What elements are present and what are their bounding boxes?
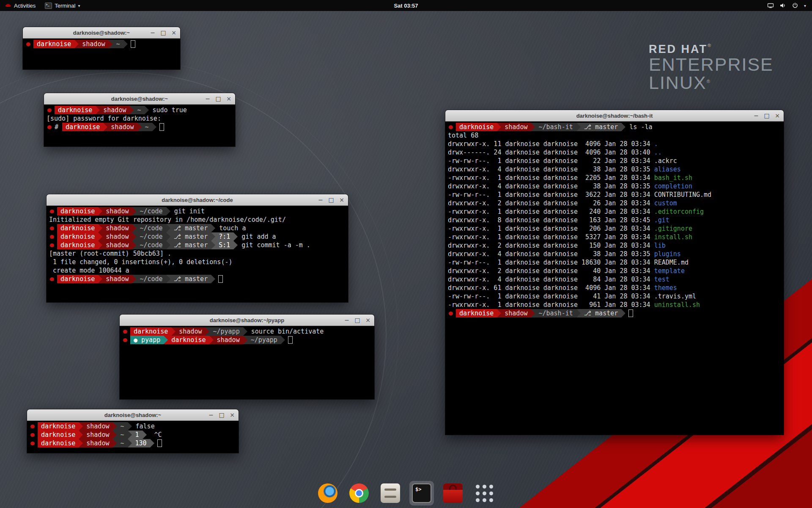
close-button[interactable]: ×: [774, 113, 780, 119]
top-bar: Activities Terminal ▾ Sat 03:57 ▾: [0, 0, 812, 11]
terminal-line: drwx------. 24 darknoise darknoise 4096 …: [448, 148, 783, 157]
terminal-window[interactable]: darknoise@shadow:~−□×darknoiseshadow~ su…: [44, 93, 235, 146]
prompt-segment-git: ⎇ master: [170, 275, 211, 283]
ls-row-meta: drwxrwxr-x. 4 darknoise darknoise 38 Jan…: [448, 166, 654, 173]
volume-icon: [779, 2, 786, 9]
minimize-button[interactable]: −: [753, 113, 759, 119]
activities-button[interactable]: Activities: [0, 0, 40, 11]
maximize-button[interactable]: □: [160, 30, 166, 36]
clock[interactable]: Sat 03:57: [394, 3, 418, 9]
terminal-window[interactable]: darknoise@shadow:~−□×darknoiseshadow~ fa…: [27, 409, 239, 453]
powerline-arrow: [211, 241, 215, 249]
app-grid-icon[interactable]: [472, 481, 497, 505]
terminal-line: darknoiseshadow~ sudo true: [47, 106, 234, 114]
redhat-prompt-icon: [26, 42, 30, 46]
prompt-segment-path: ~/code: [136, 241, 166, 249]
minimize-button[interactable]: −: [205, 96, 211, 102]
terminal-cursor: [131, 40, 135, 48]
close-button[interactable]: ×: [171, 30, 177, 36]
redhat-prompt-icon: [449, 125, 453, 129]
terminal-icon[interactable]: [409, 481, 434, 505]
prompt-segment-git: ⎇ master: [581, 309, 622, 318]
system-status-area[interactable]: ▾: [761, 0, 812, 11]
maximize-button[interactable]: □: [328, 197, 334, 203]
redhat-prompt-icon: [47, 108, 52, 112]
prompt-segment-path: ~/pyapp: [209, 327, 243, 336]
minimize-button[interactable]: −: [344, 317, 350, 323]
powerline-arrow: [621, 123, 625, 131]
terminal-window[interactable]: darknoise@shadow:~−□×darknoiseshadow~: [23, 27, 180, 69]
powerline-arrow: [137, 123, 142, 131]
minimize-button[interactable]: −: [318, 197, 324, 203]
powerline-arrow: [128, 439, 132, 447]
powerline-arrow: [233, 241, 238, 249]
toolbox-icon[interactable]: [441, 481, 465, 505]
terminal-cursor: [628, 309, 633, 317]
terminal-line: drwxrwxr-x. 4 darknoise darknoise 38 Jan…: [448, 165, 783, 174]
powerline-arrow: [211, 232, 215, 241]
terminal-window[interactable]: darknoise@shadow:~/pyapp−□×darknoiseshad…: [120, 315, 374, 399]
power-icon: [792, 2, 798, 9]
maximize-button[interactable]: □: [219, 412, 225, 418]
firefox-icon-art: [318, 483, 337, 503]
app-menu-terminal[interactable]: Terminal ▾: [40, 0, 85, 11]
terminal-content[interactable]: darknoiseshadow~: [23, 39, 180, 69]
ls-row-name: template: [654, 267, 685, 275]
close-button[interactable]: ×: [365, 317, 371, 323]
close-button[interactable]: ×: [229, 412, 235, 418]
minimize-button[interactable]: −: [208, 412, 214, 418]
terminal-window[interactable]: darknoise@shadow:~/code−□×darknoiseshado…: [47, 194, 348, 302]
terminal-line: darknoiseshadow~/bash-it⎇ master ls -la: [448, 123, 783, 131]
window-titlebar[interactable]: darknoise@shadow:~−□×: [44, 93, 235, 105]
terminal-icon-art: [412, 483, 431, 503]
terminal-content[interactable]: darknoiseshadow~ sudo true[sudo] passwor…: [44, 105, 235, 146]
window-titlebar[interactable]: darknoise@shadow:~/bash-it−□×: [445, 110, 784, 121]
brand-linux: LINUX®: [649, 74, 774, 92]
dock: [315, 481, 497, 505]
ls-row-meta: drwxrwxr-x. 2 darknoise darknoise 40 Jan…: [448, 267, 654, 275]
maximize-button[interactable]: □: [215, 96, 221, 102]
terminal-text: total 68: [448, 132, 478, 139]
window-title: darknoise@shadow:~: [73, 30, 130, 36]
window-titlebar[interactable]: darknoise@shadow:~/pyapp−□×: [120, 315, 374, 326]
chrome-icon[interactable]: [347, 481, 371, 505]
firefox-icon[interactable]: [315, 481, 340, 505]
ls-row-meta: -rw-rw-r--. 1 darknoise darknoise 18630 …: [448, 259, 654, 266]
terminal-line: darknoiseshadow~1 ^C: [30, 431, 238, 439]
maximize-button[interactable]: □: [354, 317, 360, 323]
powerline-arrow: [205, 327, 209, 336]
redhat-prompt-icon: [123, 330, 127, 334]
powerline-arrow: [145, 106, 149, 114]
ls-row-meta: drwxrwxr-x. 2 darknoise darknoise 26 Jan…: [448, 199, 654, 207]
window-titlebar[interactable]: darknoise@shadow:~−□×: [23, 27, 180, 39]
window-titlebar[interactable]: darknoise@shadow:~/code−□×: [47, 194, 348, 206]
powerline-arrow: [98, 224, 102, 232]
files-icon[interactable]: [378, 481, 403, 505]
terminal-content[interactable]: darknoiseshadow~/bash-it⎇ master ls -lat…: [445, 121, 784, 435]
powerline-arrow: [531, 309, 535, 318]
prompt-segment-venv: ● pyapp: [130, 336, 164, 344]
powerline-arrow: [74, 40, 79, 48]
ls-row-name: .editorconfig: [654, 208, 704, 215]
redhat-prompt-icon: [50, 235, 54, 239]
minimize-button[interactable]: −: [150, 30, 156, 36]
terminal-window[interactable]: darknoise@shadow:~/bash-it−□×darknoisesh…: [445, 110, 784, 435]
powerline-arrow: [132, 207, 136, 215]
prompt-segment-path: ~/code: [136, 232, 166, 241]
close-button[interactable]: ×: [226, 96, 232, 102]
ls-row-name: .: [654, 140, 658, 148]
prompt-segment-host: shadow: [107, 123, 137, 131]
powerline-arrow: [150, 439, 154, 447]
terminal-content[interactable]: darknoiseshadow~ falsedarknoiseshadow~1 …: [27, 421, 239, 453]
terminal-content[interactable]: darknoiseshadow~/code git initInitialize…: [47, 206, 348, 302]
chevron-down-icon: ▾: [78, 3, 80, 8]
ls-row-name: themes: [654, 284, 677, 292]
ls-row-name: CONTRIBUTING.md: [654, 191, 711, 199]
terminal-line: darknoiseshadow~/code⎇ master?:1 git add…: [49, 232, 347, 241]
window-titlebar[interactable]: darknoise@shadow:~−□×: [27, 409, 239, 421]
prompt-segment-path: ~/code: [136, 207, 166, 215]
close-button[interactable]: ×: [339, 197, 345, 203]
prompt-segment-path: ~: [117, 439, 127, 447]
maximize-button[interactable]: □: [764, 113, 770, 119]
terminal-content[interactable]: darknoiseshadow~/pyapp source bin/activa…: [120, 326, 374, 399]
